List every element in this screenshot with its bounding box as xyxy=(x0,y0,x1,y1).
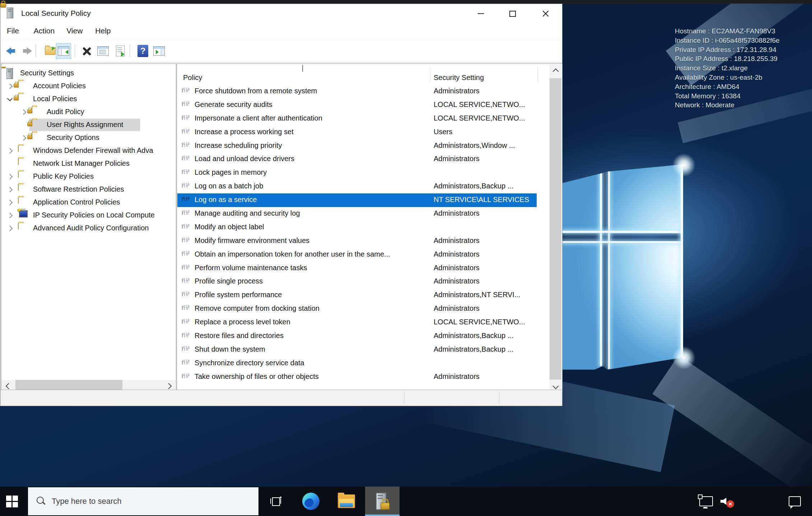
policy-name: Synchronize directory service data xyxy=(195,359,304,367)
list-vertical-scrollbar[interactable] xyxy=(550,65,561,393)
info-line: Total Memory : 16384 xyxy=(675,92,780,101)
chevron-right-icon[interactable] xyxy=(7,200,13,206)
maximize-button[interactable] xyxy=(499,4,526,23)
export-list-button[interactable] xyxy=(113,43,128,59)
volume-tray-button[interactable]: × xyxy=(716,487,736,516)
edge-button[interactable] xyxy=(298,487,324,516)
scroll-up-icon[interactable] xyxy=(550,65,561,76)
close-button[interactable] xyxy=(532,4,559,23)
folder-lock-icon xyxy=(32,133,32,139)
menu-help[interactable]: Help xyxy=(95,27,111,35)
policy-name: Increase scheduling priority xyxy=(195,141,282,150)
tree-item-advanced-audit-policy-configuration[interactable]: Advanced Audit Policy Configuration xyxy=(1,222,176,235)
policy-row[interactable]: Generate security auditsLOCAL SERVICE,NE… xyxy=(177,98,550,112)
tree-item-network-list-manager-policies[interactable]: Network List Manager Policies xyxy=(1,157,176,170)
chevron-right-icon[interactable] xyxy=(7,84,13,89)
policy-row[interactable]: Shut down the systemAdministrators,Backu… xyxy=(177,343,550,357)
task-view-button[interactable] xyxy=(264,487,287,516)
tree-item-security-settings[interactable]: Security Settings xyxy=(1,67,176,80)
chevron-right-icon[interactable] xyxy=(7,148,13,154)
policy-row[interactable]: Profile single processAdministrators xyxy=(177,275,550,289)
show-hide-console-tree-button[interactable] xyxy=(56,43,71,59)
security-setting-value: Administrators xyxy=(434,372,480,381)
policy-row[interactable]: Load and unload device driversAdministra… xyxy=(177,153,550,166)
policy-name: Perform volume maintenance tasks xyxy=(195,264,307,272)
policy-document-icon xyxy=(182,141,183,147)
local-security-policy-taskbar-button[interactable] xyxy=(365,487,400,516)
policy-row[interactable]: Take ownership of files or other objects… xyxy=(177,370,550,384)
security-setting-value: LOCAL SERVICE,NETWO... xyxy=(434,114,525,122)
tree-item-security-options[interactable]: Security Options xyxy=(1,131,176,144)
tree-item-label: Security Options xyxy=(47,133,99,142)
search-input[interactable] xyxy=(51,496,246,506)
policy-row[interactable]: Replace a process level tokenLOCAL SERVI… xyxy=(177,316,550,329)
security-setting-value: Administrators,Window ... xyxy=(434,141,515,150)
chevron-down-icon[interactable] xyxy=(7,96,13,102)
policy-row[interactable]: Perform volume maintenance tasksAdminist… xyxy=(177,262,550,275)
column-divider[interactable] xyxy=(537,67,538,82)
policy-row[interactable]: Impersonate a client after authenticatio… xyxy=(177,112,550,126)
tree-item-label: Security Settings xyxy=(20,69,74,77)
file-explorer-button[interactable] xyxy=(333,487,360,516)
security-setting-value: Administrators xyxy=(434,236,480,245)
scrollbar-thumb[interactable] xyxy=(550,78,561,380)
tree-item-account-policies[interactable]: Account Policies xyxy=(1,80,176,93)
policy-row[interactable]: Modify firmware environment valuesAdmini… xyxy=(177,234,550,248)
policy-row[interactable]: Obtain an impersonation token for anothe… xyxy=(177,248,550,262)
folder-icon xyxy=(18,223,19,230)
policy-row[interactable]: Force shutdown from a remote systemAdmin… xyxy=(177,85,550,98)
menu-view[interactable]: View xyxy=(66,27,83,35)
tree-item-software-restriction-policies[interactable]: Software Restriction Policies xyxy=(1,183,176,196)
policy-name: Remove computer from docking station xyxy=(195,304,319,313)
chevron-right-icon[interactable] xyxy=(7,187,13,193)
chevron-right-icon[interactable] xyxy=(21,109,27,115)
network-tray-button[interactable] xyxy=(696,487,716,516)
policy-row[interactable]: Restore files and directoriesAdministrat… xyxy=(177,329,550,343)
policy-row[interactable]: Log on as a serviceNT SERVICE\ALL SERVIC… xyxy=(177,193,550,207)
chevron-right-icon[interactable] xyxy=(7,213,13,219)
show-hide-action-pane-button[interactable] xyxy=(151,43,167,59)
policy-row[interactable]: Synchronize directory service data xyxy=(177,357,550,370)
policy-row[interactable]: Lock pages in memory xyxy=(177,166,550,180)
minimize-button[interactable] xyxy=(467,4,494,23)
policy-row[interactable]: Increase scheduling priorityAdministrato… xyxy=(177,139,550,153)
policy-name: Force shutdown from a remote system xyxy=(195,87,317,95)
menu-action[interactable]: Action xyxy=(34,27,55,35)
console-tree-panel: Security SettingsAccount PoliciesLocal P… xyxy=(1,64,176,393)
menu-file[interactable]: File xyxy=(7,27,19,35)
column-header-security-setting[interactable]: Security Setting xyxy=(434,74,484,82)
taskbar-search[interactable] xyxy=(28,487,258,515)
tree-item-audit-policy[interactable]: Audit Policy xyxy=(1,105,176,118)
column-header-policy[interactable]: Policy xyxy=(183,74,202,82)
chevron-right-icon[interactable] xyxy=(7,226,13,231)
start-button[interactable] xyxy=(0,487,24,516)
forward-button[interactable] xyxy=(19,43,34,59)
window-title: Local Security Policy xyxy=(21,9,91,18)
back-button[interactable] xyxy=(3,43,18,59)
tree-item-local-policies[interactable]: Local Policies xyxy=(1,93,176,105)
policy-row[interactable]: Log on as a batch jobAdministrators,Back… xyxy=(177,180,550,193)
search-icon xyxy=(37,497,46,506)
chevron-right-icon[interactable] xyxy=(7,174,13,180)
policy-name: Generate security audits xyxy=(195,100,272,109)
tree-item-application-control-policies[interactable]: Application Control Policies xyxy=(1,196,176,209)
policy-row[interactable]: Increase a process working setUsers xyxy=(177,126,550,139)
up-level-button[interactable] xyxy=(43,43,58,59)
action-center-button[interactable] xyxy=(784,487,806,516)
title-bar[interactable]: Local Security Policy xyxy=(0,4,562,23)
chevron-right-icon[interactable] xyxy=(21,135,27,141)
tree-item-public-key-policies[interactable]: Public Key Policies xyxy=(1,170,176,183)
help-button[interactable]: ? xyxy=(135,43,150,59)
tree-item-windows-defender-firewall-with-adva[interactable]: Windows Defender Firewall with Adva xyxy=(1,144,176,157)
tree-item-user-rights-assignment[interactable]: User Rights Assignment xyxy=(1,118,176,131)
policy-row[interactable]: Manage auditing and security logAdminist… xyxy=(177,207,550,221)
network-icon xyxy=(699,496,713,506)
policy-document-icon xyxy=(182,195,183,202)
column-divider[interactable] xyxy=(430,67,431,82)
policy-row[interactable]: Modify an object label xyxy=(177,221,550,234)
tree-item-ip-security-policies-on-local-compute[interactable]: IP Security Policies on Local Compute xyxy=(1,209,176,222)
properties-button[interactable] xyxy=(95,43,111,59)
policy-row[interactable]: Remove computer from docking stationAdmi… xyxy=(177,302,550,316)
delete-button[interactable] xyxy=(79,43,94,59)
policy-row[interactable]: Profile system performanceAdministrators… xyxy=(177,289,550,302)
